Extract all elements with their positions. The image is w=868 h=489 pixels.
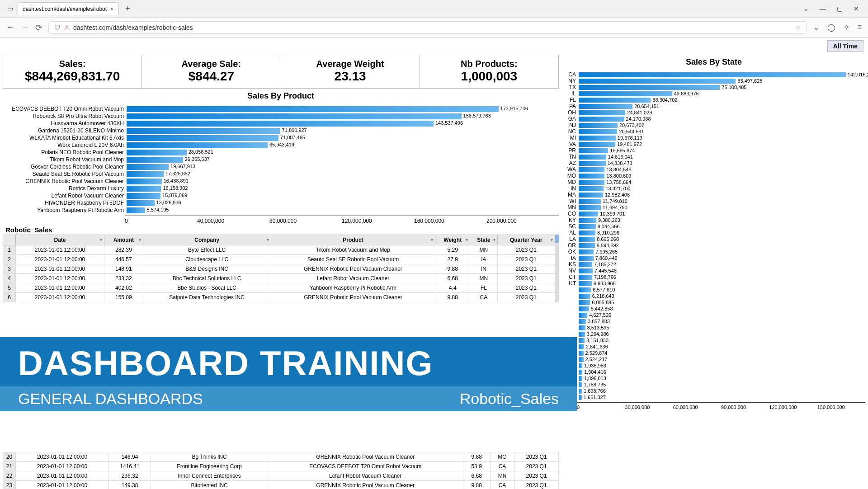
banner-title: DASHBOARD TRAINING — [18, 343, 559, 383]
chart-bar-row: 1,904,416 — [564, 369, 861, 375]
filter-icon[interactable]: ▾ — [100, 237, 102, 242]
bar-value-label: 4,627,520 — [587, 312, 611, 318]
table-row[interactable]: 12023-01-01 12:00:00282.39Byte Effect LL… — [3, 245, 555, 255]
table-cell: 2023 Q1 — [514, 452, 559, 462]
column-header[interactable]: State▾ — [470, 235, 497, 245]
chevron-down-icon[interactable]: ⌄ — [803, 5, 809, 12]
bar-value-label: 19,667,913 — [169, 164, 195, 169]
maximize-icon[interactable]: ▢ — [837, 5, 843, 12]
bar-category-label: TX — [564, 84, 579, 90]
browser-tab[interactable]: dashtest.com/dash/examples/robot × — [18, 2, 119, 15]
table-cell: 155.09 — [104, 293, 143, 302]
table-scrollbar[interactable] — [555, 235, 559, 302]
bar-category-label: NJ — [564, 122, 579, 128]
column-header[interactable]: Date▾ — [16, 235, 104, 245]
chart-bar-row: TN 14,616,041 — [564, 154, 861, 160]
tab-list-icon[interactable]: ▭ — [5, 5, 16, 12]
chart-bar-row: UT 6,933,968 — [564, 280, 861, 287]
bar-category-label: Lefant Robot Vacuum Cleaner — [5, 193, 127, 199]
forward-button: → — [21, 23, 29, 32]
table-cell: 2023 Q1 — [514, 462, 559, 471]
chart-bar-row: RI 1,788,735 — [564, 381, 861, 388]
bar-category-label: OH — [564, 109, 579, 116]
table-cell: GRENNIX Robotic Pool Vacuum Cleaner — [271, 264, 435, 274]
minimize-icon[interactable]: — — [820, 5, 826, 12]
bar-category-label: HIWONDER Raspberry Pi 5DOF — [5, 200, 127, 206]
chart-bar-row: DC 1,698,766 — [564, 388, 861, 394]
table-row[interactable]: 222023-01-01 12:00:00236.32Inner Connect… — [3, 471, 559, 481]
chart-bar-row: KY 9,380,263 — [564, 217, 861, 223]
column-header[interactable]: Quarter Year▾ — [497, 235, 555, 245]
bar-value-label: 9,044,566 — [596, 224, 620, 229]
filter-icon[interactable]: ▾ — [466, 237, 468, 242]
reload-button[interactable]: ⟳ — [35, 23, 42, 33]
filter-icon[interactable]: ▾ — [431, 237, 433, 242]
bar-value-label: 28,654,151 — [632, 103, 659, 109]
bar-value-label: 20,673,402 — [618, 122, 644, 128]
bar-value-label: 1,698,766 — [582, 388, 606, 394]
table-row[interactable]: 62023-01-01 12:00:00155.09Saipote Data T… — [3, 293, 555, 302]
bar-value-label: 1,896,013 — [582, 376, 606, 381]
bar-category-label: PR — [564, 147, 579, 154]
bar-category-label: LA — [564, 236, 579, 242]
shield-icon[interactable]: 🛡 — [54, 24, 61, 31]
bar-value-label: 13,804,546 — [604, 167, 631, 172]
kpi-card: Sales: $844,269,831.70 — [3, 55, 142, 88]
table-row[interactable]: 22023-01-01 12:00:00446.57Cloudescape LL… — [3, 255, 555, 264]
new-tab-button[interactable]: + — [121, 4, 135, 14]
sales-table-continued[interactable]: 202023-01-01 12:00:00146.94Bg Thinks INC… — [3, 452, 559, 489]
table-cell: Bbe Studios - Socal LLC — [143, 283, 271, 293]
bar-category-label: FL — [564, 97, 579, 103]
sales-by-state-chart[interactable]: CA 142,016,262 NY 83,497,628 TX 75,100,4… — [562, 70, 865, 402]
table-cell: 2023 Q1 — [497, 245, 555, 255]
sales-by-product-chart[interactable]: ECOVACS DEEBOT T20 Omni Robot Vacuum 173… — [3, 103, 559, 216]
chart-bar-row: LA 8,695,060 — [564, 236, 861, 242]
time-filter-button[interactable]: All Time — [827, 40, 863, 52]
table-cell: 2023 Q1 — [497, 293, 555, 302]
extensions-icon[interactable]: ✧ — [844, 23, 849, 32]
menu-icon[interactable]: ≡ — [858, 23, 862, 32]
column-header[interactable]: Weight▾ — [435, 235, 470, 245]
table-row[interactable]: 42023-01-01 12:00:00233.32Bhc Technical … — [3, 274, 555, 283]
chart-bar-row: OR 8,594,692 — [564, 242, 861, 249]
axis-tick: 150,000,000 — [817, 404, 865, 410]
table-row[interactable]: 232023-01-01 12:00:00149.38Bitoriented I… — [3, 481, 559, 489]
bar-category-label: MD — [564, 179, 579, 185]
table-cell: Lefant Robot Vacuum Cleaner — [271, 274, 435, 283]
table-row[interactable]: 32023-01-01 12:00:00148.91B&S Designs IN… — [3, 264, 555, 274]
column-header[interactable]: Company▾ — [143, 235, 271, 245]
table-cell: 282.39 — [104, 245, 143, 255]
chart-bar-row: PA 28,654,151 — [564, 103, 861, 109]
chart-bar-row: FL 38,304,702 — [564, 97, 861, 103]
back-button[interactable]: ← — [6, 23, 14, 32]
lock-icon[interactable]: ⚠ — [64, 24, 70, 31]
table-row[interactable]: 202023-01-01 12:00:00146.94Bg Thinks INC… — [3, 452, 559, 462]
chart-bar-row: 6,218,643 — [564, 293, 861, 299]
filter-icon[interactable]: ▾ — [551, 237, 553, 242]
sales-table[interactable]: Date▾Amount▾Company▾Product▾Weight▾State… — [3, 235, 555, 302]
pocket-icon[interactable]: ⌄ — [813, 23, 819, 32]
bar-value-label: 1,936,983 — [582, 363, 606, 368]
chart-bar-row: 1,896,013 — [564, 375, 861, 381]
bookmark-icon[interactable]: ☆ — [795, 24, 801, 31]
account-icon[interactable]: ◯ — [827, 23, 835, 32]
table-cell: 6.68 — [435, 274, 470, 283]
table-row[interactable]: 52023-01-01 12:00:00402.02Bbe Studios - … — [3, 283, 555, 293]
close-window-icon[interactable]: ✕ — [854, 5, 859, 12]
bar-category-label: NV — [564, 268, 579, 274]
filter-icon[interactable]: ▾ — [493, 237, 495, 242]
column-header[interactable]: Product▾ — [271, 235, 435, 245]
table-row[interactable]: 212023-01-01 12:00:001416.41Frontline En… — [3, 462, 559, 471]
close-icon[interactable]: × — [110, 5, 114, 13]
filter-icon[interactable]: ▾ — [267, 237, 269, 242]
table-cell: Seauto Seal SE Robotic Pool Vacuum — [271, 255, 435, 264]
bar-value-label: 1,904,416 — [582, 369, 606, 375]
column-header[interactable]: Amount▾ — [104, 235, 143, 245]
filter-icon[interactable]: ▾ — [139, 237, 141, 242]
kpi-label: Nb Products: — [420, 59, 558, 69]
bar-value-label: 156,579,763 — [462, 113, 491, 118]
url-input[interactable]: 🛡 ⚠ dashtest.com/dash/examples/robotic-s… — [48, 21, 807, 34]
table-cell: GRENNIX Robotic Pool Vacuum Cleaner — [271, 293, 435, 302]
bar-category-label: Yahboom Raspberry Pi Robotic Arm — [5, 207, 127, 213]
chart-bar-row: 5,442,858 — [564, 306, 861, 312]
